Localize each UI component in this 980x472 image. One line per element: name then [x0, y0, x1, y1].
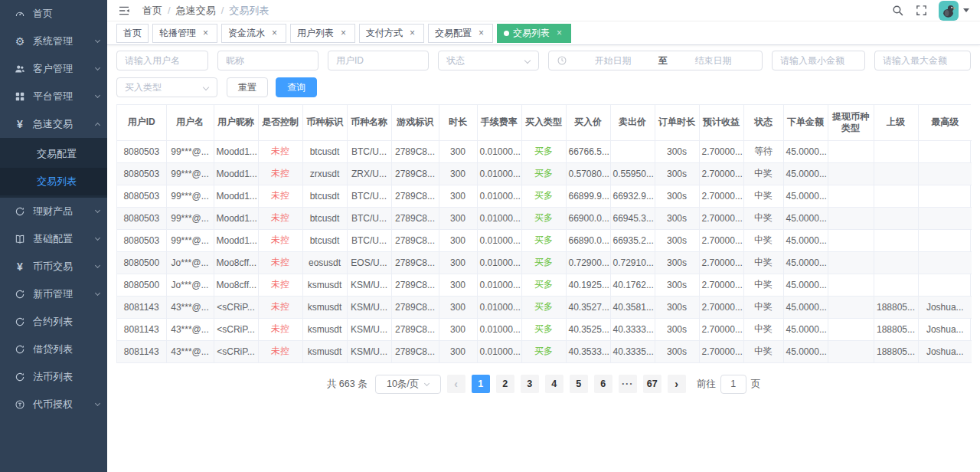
sidebar-item-new-coin-management[interactable]: 新币管理: [0, 280, 107, 308]
cell: 0.72900...: [566, 251, 610, 274]
sidebar-item-customer-management[interactable]: 客户管理: [0, 55, 107, 83]
table-row: 808114343***@...<sCRiP...未控ksmusdtKSM/U.…: [117, 318, 972, 340]
sidebar-item-label: 首页: [33, 7, 53, 21]
active-tab-dot: [504, 31, 509, 36]
cell: 40.1925...: [566, 274, 610, 296]
sidebar-subitem-trade-config[interactable]: 交易配置: [0, 140, 107, 168]
sidebar-item-home[interactable]: 首页: [0, 0, 107, 28]
sidebar-subitem-trade-list[interactable]: 交易列表: [0, 168, 107, 195]
tab-payment-method[interactable]: 支付方式×: [359, 24, 424, 43]
min-amount-input[interactable]: [772, 51, 865, 70]
page-button[interactable]: 5: [570, 375, 588, 393]
search-icon[interactable]: [891, 4, 904, 17]
date-range-picker[interactable]: 开始日期 至 结束日期: [548, 51, 763, 70]
nickname-input[interactable]: [217, 51, 318, 70]
sidebar-item-system-management[interactable]: ⚙系统管理: [0, 28, 107, 55]
tab-home[interactable]: 首页: [116, 24, 149, 43]
cell: [918, 162, 972, 185]
max-amount-input[interactable]: [874, 51, 971, 70]
cell: 0.01000...: [477, 274, 521, 296]
page-button[interactable]: 6: [594, 375, 612, 393]
sidebar-item-fiat-list[interactable]: 法币列表: [0, 363, 107, 391]
tab-trade-config[interactable]: 交易配置×: [428, 24, 493, 43]
username-input[interactable]: [116, 51, 208, 70]
breadcrumb-item[interactable]: 首页: [142, 4, 162, 18]
cell: 未控: [258, 162, 302, 185]
page-button[interactable]: 2: [496, 375, 514, 393]
sidebar-toggle-icon[interactable]: [118, 4, 132, 18]
cell: btcusdt: [302, 185, 347, 207]
cell: 99***@...: [166, 140, 214, 162]
page-button[interactable]: 67: [643, 375, 662, 393]
cell: 2789C8...: [391, 251, 439, 274]
table-row: 808050399***@...Moodd1...未控btcusdtBTC/U.…: [117, 140, 972, 162]
page-button[interactable]: 3: [521, 375, 539, 393]
sidebar-item-label: 合约列表: [33, 315, 73, 329]
tab-trade-list[interactable]: 交易列表×: [497, 24, 571, 43]
sidebar-item-finance-products[interactable]: 理财产品: [0, 198, 107, 225]
sidebar-item-label: 法币列表: [33, 370, 73, 384]
cell: 中奖: [743, 318, 783, 340]
cell: 99***@...: [166, 207, 214, 229]
prev-page-button[interactable]: ‹: [447, 375, 466, 393]
page-size-select[interactable]: 10条/页: [375, 375, 441, 394]
cell: 45.0000...: [783, 296, 828, 318]
fullscreen-icon[interactable]: [915, 4, 928, 17]
cell: 中奖: [743, 229, 783, 251]
sidebar-item-basic-config[interactable]: 基础配置: [0, 225, 107, 253]
cell: Moo8cff...: [214, 274, 258, 296]
user-menu[interactable]: [939, 1, 969, 21]
cell: 未控: [258, 207, 302, 229]
sidebar-item-token-auth[interactable]: 代币授权: [0, 391, 107, 418]
user-id-input[interactable]: [328, 51, 429, 70]
sidebar-item-contract-list[interactable]: 合约列表: [0, 308, 107, 336]
cell: Moo8cff...: [214, 251, 258, 274]
sidebar-item-label: 平台管理: [33, 90, 73, 103]
page-button[interactable]: 4: [545, 375, 564, 393]
cell: 2789C8...: [391, 296, 439, 318]
sidebar-item-label: 新币管理: [33, 287, 73, 301]
table-row: 808114343***@...<sCRiP...未控ksmusdtKSM/U.…: [117, 296, 972, 318]
more-pages-icon[interactable]: ···: [619, 375, 637, 393]
reset-button[interactable]: 重置: [227, 77, 268, 97]
content: 状态 开始日期 至 结束日期 买入: [107, 45, 980, 472]
next-page-button[interactable]: ›: [668, 375, 686, 393]
close-icon[interactable]: ×: [554, 28, 564, 38]
cell: 2.70000...: [699, 207, 743, 229]
close-icon[interactable]: ×: [476, 28, 486, 38]
cell: Moodd1...: [214, 185, 258, 207]
page-button[interactable]: 1: [472, 375, 490, 393]
column-header: 买入类型: [521, 105, 566, 140]
sidebar-item-loan-list[interactable]: 借贷列表: [0, 336, 107, 363]
status-select[interactable]: 状态: [438, 51, 539, 70]
close-icon[interactable]: ×: [270, 28, 279, 38]
breadcrumb-item[interactable]: 急速交易: [176, 4, 216, 18]
sidebar-item-quick-trade[interactable]: ¥急速交易: [0, 110, 107, 138]
tab-funds-flow[interactable]: 资金流水×: [221, 24, 286, 43]
cell: [918, 185, 972, 207]
sidebar-item-platform-management[interactable]: 平台管理: [0, 83, 107, 110]
close-icon[interactable]: ×: [201, 28, 211, 38]
buy-type-placeholder: 买入类型: [125, 81, 162, 94]
close-icon[interactable]: ×: [407, 28, 417, 38]
breadcrumb: 首页/急速交易/交易列表: [142, 4, 269, 18]
breadcrumb-separator: /: [168, 5, 171, 16]
cell: 0.01000...: [477, 162, 521, 185]
tab-carousel[interactable]: 轮播管理×: [152, 24, 217, 43]
cell: 8081143: [117, 318, 166, 340]
column-header: 手续费率: [477, 105, 521, 140]
search-button[interactable]: 查询: [276, 77, 317, 97]
cell: Moodd1...: [214, 140, 258, 162]
tab-label: 交易配置: [435, 27, 472, 40]
goto-page-input[interactable]: [720, 375, 746, 394]
buy-type-select[interactable]: 买入类型: [116, 77, 217, 97]
cell: [874, 229, 918, 251]
refresh-icon: [14, 288, 26, 300]
column-header: 币种标识: [302, 105, 347, 140]
sidebar-item-coin-trade[interactable]: ¥币币交易: [0, 253, 107, 280]
cell: 40.3525...: [566, 318, 610, 340]
cell: 99***@...: [166, 229, 214, 251]
table-header-row: 用户ID用户名用户昵称是否控制币种标识币种名称游戏标识时长手续费率买入类型买入价…: [117, 105, 972, 140]
tab-user-list[interactable]: 用户列表×: [290, 24, 355, 43]
close-icon[interactable]: ×: [338, 28, 348, 38]
